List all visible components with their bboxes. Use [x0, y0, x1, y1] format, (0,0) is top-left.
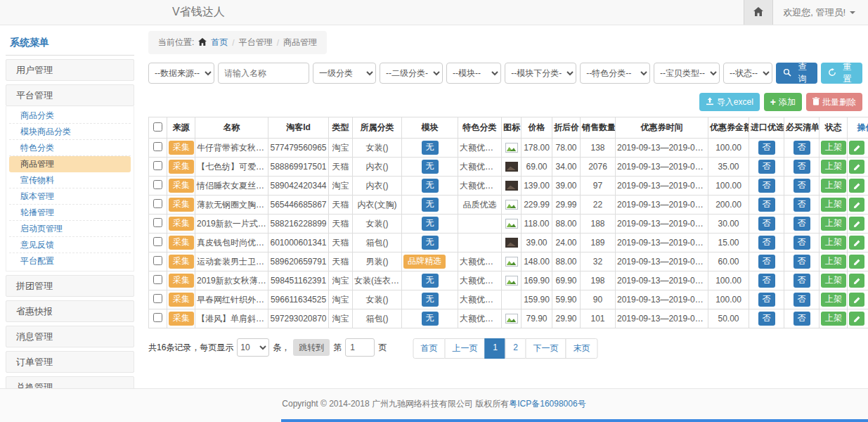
- add-button[interactable]: + 添加: [764, 93, 802, 111]
- reset-button[interactable]: 重置: [821, 63, 862, 84]
- edit-button[interactable]: [849, 312, 864, 326]
- imported-toggle[interactable]: 否: [758, 160, 775, 174]
- must-buy-toggle[interactable]: 否: [793, 217, 810, 231]
- sidebar-group[interactable]: 拼团管理: [6, 275, 134, 297]
- home-button[interactable]: [744, 0, 773, 25]
- edit-button[interactable]: [849, 160, 864, 174]
- pager-button[interactable]: 上一页: [445, 338, 486, 359]
- row-checkbox[interactable]: [153, 237, 162, 246]
- sidebar-item[interactable]: 轮播管理: [9, 205, 131, 221]
- status-toggle[interactable]: 上架: [821, 274, 846, 288]
- sidebar-item[interactable]: 模块商品分类: [9, 124, 131, 140]
- edit-button[interactable]: [849, 217, 864, 231]
- edit-button[interactable]: [849, 293, 864, 307]
- product-name: 薄款无钢圈文胸聚拢性...: [195, 196, 268, 215]
- search-button[interactable]: 查询: [776, 63, 817, 84]
- filter-name-input[interactable]: [218, 63, 309, 84]
- pager-button[interactable]: 2: [505, 338, 526, 359]
- row-checkbox[interactable]: [153, 275, 162, 284]
- must-buy-toggle[interactable]: 否: [793, 179, 810, 193]
- status-toggle[interactable]: 上架: [821, 236, 846, 250]
- discount-price: 59.90: [552, 290, 581, 309]
- status-toggle[interactable]: 上架: [821, 217, 846, 231]
- filter-module[interactable]: --模块--: [446, 63, 501, 84]
- jump-button[interactable]: 跳转到: [293, 339, 330, 356]
- sidebar-group[interactable]: 用户管理: [6, 59, 134, 81]
- pager-button[interactable]: 末页: [566, 338, 598, 359]
- status-toggle[interactable]: 上架: [821, 198, 846, 212]
- filter-feature-category[interactable]: --特色分类--: [580, 63, 650, 84]
- sidebar-item[interactable]: 商品管理: [9, 156, 131, 172]
- icp-link[interactable]: 粤ICP备16098006号: [509, 399, 585, 409]
- edit-button[interactable]: [849, 274, 864, 288]
- pager-button[interactable]: 1: [485, 338, 506, 359]
- imported-toggle[interactable]: 否: [758, 179, 775, 193]
- must-buy-toggle[interactable]: 否: [793, 312, 810, 326]
- edit-button[interactable]: [849, 141, 864, 155]
- filter-level2-category[interactable]: --二级分类--: [380, 63, 443, 84]
- filter-level1-category[interactable]: 一级分类: [313, 63, 376, 84]
- status-toggle[interactable]: 上架: [821, 141, 846, 155]
- row-checkbox[interactable]: [153, 218, 162, 227]
- table-row: 采集 运动套装男士卫衣初秋... 589620659791 天猫 男装() 品牌…: [149, 252, 868, 271]
- imported-toggle[interactable]: 否: [758, 255, 775, 269]
- row-checkbox[interactable]: [153, 294, 162, 303]
- select-all-checkbox[interactable]: [153, 122, 162, 132]
- user-menu[interactable]: 欢迎您, 管理员!: [783, 6, 855, 19]
- sidebar-item[interactable]: 版本管理: [9, 188, 131, 205]
- sidebar-group[interactable]: 省惠快报: [6, 300, 134, 322]
- col-type: 类型: [329, 117, 353, 139]
- status-toggle[interactable]: 上架: [821, 293, 846, 307]
- status-toggle[interactable]: 上架: [821, 255, 846, 269]
- sidebar-item[interactable]: 意见反馈: [9, 237, 131, 253]
- sidebar-group[interactable]: 平台管理: [6, 84, 134, 106]
- imported-toggle[interactable]: 否: [758, 198, 775, 212]
- sidebar-group[interactable]: 消息管理: [6, 326, 134, 347]
- jump-page-input[interactable]: [345, 338, 375, 357]
- must-buy-toggle[interactable]: 否: [793, 160, 810, 174]
- must-buy-toggle[interactable]: 否: [793, 255, 810, 269]
- imported-toggle[interactable]: 否: [758, 293, 775, 307]
- edit-button[interactable]: [849, 179, 864, 193]
- must-buy-toggle[interactable]: 否: [793, 293, 810, 307]
- per-page-select[interactable]: 10: [237, 338, 269, 357]
- edit-button[interactable]: [849, 255, 864, 269]
- row-checkbox[interactable]: [153, 313, 162, 322]
- status-toggle[interactable]: 上架: [821, 312, 846, 326]
- pager-button[interactable]: 下一页: [526, 338, 566, 359]
- image-icon: [505, 219, 518, 229]
- filter-item-type[interactable]: --宝贝类型--: [654, 63, 720, 84]
- sidebar-item[interactable]: 商品分类: [9, 108, 131, 124]
- sidebar-group[interactable]: 订单管理: [6, 351, 134, 373]
- filter-module-sub-category[interactable]: --模块下分类--: [505, 63, 576, 84]
- imported-toggle[interactable]: 否: [758, 274, 775, 288]
- imported-toggle[interactable]: 否: [758, 217, 775, 231]
- must-buy-toggle[interactable]: 否: [793, 198, 810, 212]
- row-checkbox[interactable]: [153, 142, 162, 151]
- sidebar-item[interactable]: 特色分类: [9, 140, 131, 156]
- imported-toggle[interactable]: 否: [758, 312, 775, 326]
- sidebar-item[interactable]: 启动页管理: [9, 221, 131, 237]
- filter-status[interactable]: --状态--: [723, 63, 772, 84]
- sidebar-item[interactable]: 宣传物料: [9, 172, 131, 188]
- import-excel-button[interactable]: 导入excel: [699, 93, 760, 111]
- row-checkbox[interactable]: [153, 161, 162, 170]
- batch-delete-button[interactable]: 批量删除: [806, 93, 862, 111]
- row-checkbox[interactable]: [153, 199, 162, 208]
- must-buy-toggle[interactable]: 否: [793, 236, 810, 250]
- filter-data-source[interactable]: --数据来源--: [148, 63, 214, 84]
- edit-button[interactable]: [849, 198, 864, 212]
- imported-toggle[interactable]: 否: [758, 236, 775, 250]
- status-toggle[interactable]: 上架: [821, 160, 846, 174]
- must-buy-toggle[interactable]: 否: [793, 274, 810, 288]
- row-checkbox[interactable]: [153, 180, 162, 189]
- breadcrumb-home-link[interactable]: 首页: [211, 37, 228, 49]
- edit-button[interactable]: [849, 236, 864, 250]
- row-checkbox[interactable]: [153, 256, 162, 265]
- status-toggle[interactable]: 上架: [821, 179, 846, 193]
- sales-count: 188: [581, 215, 616, 234]
- must-buy-toggle[interactable]: 否: [793, 141, 810, 155]
- pager-button[interactable]: 首页: [413, 338, 446, 359]
- imported-toggle[interactable]: 否: [758, 141, 775, 155]
- sidebar-item[interactable]: 平台配置: [9, 253, 131, 269]
